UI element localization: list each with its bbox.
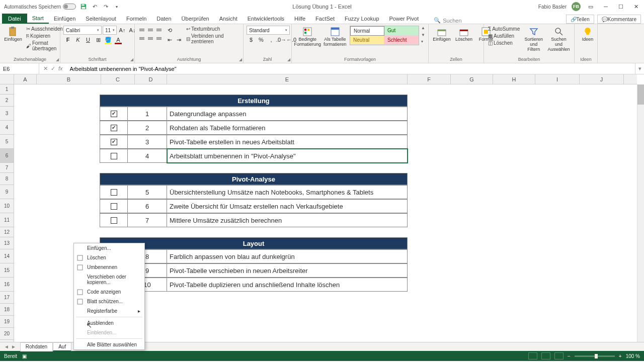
checkbox-cell[interactable] bbox=[100, 149, 128, 163]
scroll-thumb[interactable] bbox=[637, 84, 644, 105]
checkbox[interactable] bbox=[111, 139, 117, 145]
checkbox[interactable] bbox=[111, 189, 117, 196]
select-all-corner[interactable] bbox=[0, 74, 14, 84]
dialog-launcher-icon[interactable]: ◢ bbox=[287, 57, 290, 62]
orientation-button[interactable]: ⟲ bbox=[165, 26, 174, 35]
comma-button[interactable]: , bbox=[267, 35, 276, 44]
checkbox-cell[interactable] bbox=[100, 121, 128, 135]
sheet-tab[interactable]: Auf bbox=[53, 342, 71, 351]
decrease-indent-button[interactable]: ⇤ bbox=[165, 35, 174, 44]
wrap-text-button[interactable]: ↩Textumbruch bbox=[185, 26, 240, 32]
gallery-more-icon[interactable]: ▾ bbox=[421, 39, 425, 44]
search-label[interactable]: Suchen bbox=[443, 18, 461, 24]
bold-button[interactable]: F bbox=[63, 35, 72, 44]
dialog-launcher-icon[interactable]: ◢ bbox=[130, 57, 133, 62]
step-number[interactable]: 6 bbox=[128, 199, 167, 213]
step-number[interactable]: 3 bbox=[128, 135, 167, 149]
comments-button[interactable]: 💬 Kommentare bbox=[597, 15, 641, 24]
row-header[interactable]: 19 bbox=[0, 316, 14, 328]
row-header[interactable]: 18 bbox=[0, 304, 14, 316]
checkbox-cell[interactable] bbox=[100, 213, 128, 227]
dialog-launcher-icon[interactable]: ◢ bbox=[239, 57, 242, 62]
zoom-level[interactable]: 100 % bbox=[626, 353, 640, 359]
column-header[interactable]: A bbox=[14, 74, 37, 84]
ideas-button[interactable]: Ideen bbox=[578, 26, 598, 43]
step-number[interactable]: 1 bbox=[128, 107, 167, 121]
format-painter-button[interactable]: 🖌Format übertragen bbox=[25, 40, 64, 52]
format-as-table-button[interactable]: Als Tabelle formatieren bbox=[323, 26, 348, 48]
currency-button[interactable]: $ bbox=[247, 35, 256, 44]
checkbox[interactable] bbox=[111, 203, 117, 210]
step-description[interactable]: Rohdaten als Tabelle formatieren bbox=[167, 121, 408, 135]
column-header[interactable]: D bbox=[135, 74, 167, 84]
toggle-switch[interactable] bbox=[63, 4, 76, 10]
column-header[interactable]: J bbox=[580, 74, 624, 84]
zoom-in-button[interactable]: + bbox=[619, 353, 622, 359]
ribbon-tab-power pivot[interactable]: Power Pivot bbox=[384, 14, 424, 24]
close-icon[interactable]: ✕ bbox=[631, 2, 641, 12]
column-header[interactable]: B bbox=[37, 74, 101, 84]
ribbon-tab-daten[interactable]: Daten bbox=[151, 14, 176, 24]
underline-button[interactable]: U bbox=[84, 35, 93, 44]
column-header[interactable]: G bbox=[451, 74, 493, 84]
row-header[interactable]: 8 bbox=[0, 173, 14, 185]
ribbon-tab-überprüfen[interactable]: Überprüfen bbox=[177, 14, 214, 24]
checkbox[interactable] bbox=[111, 125, 117, 131]
row-header[interactable]: 11 bbox=[0, 213, 14, 227]
increase-font-icon[interactable]: A↑ bbox=[118, 26, 127, 35]
column-header[interactable]: C bbox=[101, 74, 135, 84]
fx-icon[interactable]: fx bbox=[58, 65, 63, 72]
ribbon-tab-start[interactable]: Start bbox=[27, 14, 49, 24]
enter-formula-icon[interactable]: ✓ bbox=[51, 65, 55, 72]
search-icon[interactable]: 🔍 bbox=[434, 17, 441, 24]
minimize-icon[interactable]: ─ bbox=[601, 2, 611, 12]
font-color-button[interactable]: A bbox=[114, 35, 123, 44]
file-tab[interactable]: Datei bbox=[2, 14, 27, 24]
step-number[interactable]: 7 bbox=[128, 213, 167, 227]
sheet-nav-prev-icon[interactable]: ◄ bbox=[4, 344, 9, 349]
vertical-scrollbar[interactable] bbox=[637, 84, 644, 342]
checkbox-cell[interactable] bbox=[100, 185, 128, 199]
conditional-format-button[interactable]: Bedingte Formatierung bbox=[295, 26, 320, 48]
column-header[interactable]: I bbox=[535, 74, 580, 84]
autosave-toggle[interactable]: Automatisches Speichern bbox=[4, 4, 76, 10]
cut-button[interactable]: ✂Ausschneiden bbox=[25, 26, 64, 32]
row-header[interactable]: 15 bbox=[0, 263, 14, 278]
maximize-icon[interactable]: ☐ bbox=[616, 2, 626, 12]
number-format-combo[interactable]: Standard▾ bbox=[247, 26, 290, 35]
macro-record-icon[interactable]: ▣ bbox=[22, 353, 27, 359]
alignment-grid[interactable] bbox=[138, 26, 163, 42]
row-header[interactable]: 9 bbox=[0, 185, 14, 199]
ribbon-tab-factset[interactable]: FactSet bbox=[310, 14, 340, 24]
gallery-up-icon[interactable]: ▲ bbox=[421, 26, 425, 30]
share-button[interactable]: 🔗 Teilen bbox=[566, 15, 594, 24]
font-name-combo[interactable]: Calibri▾ bbox=[63, 26, 102, 35]
increase-decimal-button[interactable]: .0→ bbox=[277, 35, 286, 44]
border-button[interactable]: ⊞ bbox=[94, 35, 103, 44]
zoom-out-button[interactable]: − bbox=[568, 353, 571, 359]
row-header[interactable]: 17 bbox=[0, 292, 14, 304]
context-menu-item[interactable]: Löschen bbox=[74, 253, 144, 262]
sort-filter-button[interactable]: Sortieren und Filtern bbox=[523, 26, 544, 53]
fill-color-button[interactable]: 🪣 bbox=[104, 35, 113, 44]
step-description[interactable]: Arbeitsblatt umbenennen in "Pivot-Analys… bbox=[167, 149, 408, 163]
row-header[interactable]: 14 bbox=[0, 249, 14, 263]
merge-button[interactable]: ⊟Verbinden und zentrieren bbox=[185, 33, 240, 45]
font-size-combo[interactable]: 11▾ bbox=[103, 26, 117, 35]
step-description[interactable]: Farblich anpassen von blau auf dunkelgrü… bbox=[167, 249, 408, 263]
checkbox[interactable] bbox=[111, 153, 117, 159]
row-header[interactable]: 1 bbox=[0, 84, 14, 95]
checkbox-cell[interactable] bbox=[100, 199, 128, 213]
column-header[interactable]: E bbox=[167, 74, 408, 84]
step-description[interactable]: Pivot-Tabelle verschieben in neuen Arbei… bbox=[167, 263, 408, 278]
checkbox[interactable] bbox=[111, 217, 117, 224]
step-number[interactable]: 5 bbox=[128, 185, 167, 199]
ribbon-tab-formeln[interactable]: Formeln bbox=[121, 14, 151, 24]
undo-icon[interactable]: ↶ bbox=[91, 3, 98, 10]
insert-cells-button[interactable]: Einfügen bbox=[432, 26, 452, 43]
context-menu-item[interactable]: Einfügen... bbox=[74, 243, 144, 253]
qat-dropdown-icon[interactable]: ▾ bbox=[113, 3, 120, 10]
checkbox-cell[interactable] bbox=[100, 107, 128, 121]
fill-button[interactable]: ▦Ausfüllen bbox=[487, 33, 521, 39]
normal-view-button[interactable] bbox=[528, 352, 537, 359]
